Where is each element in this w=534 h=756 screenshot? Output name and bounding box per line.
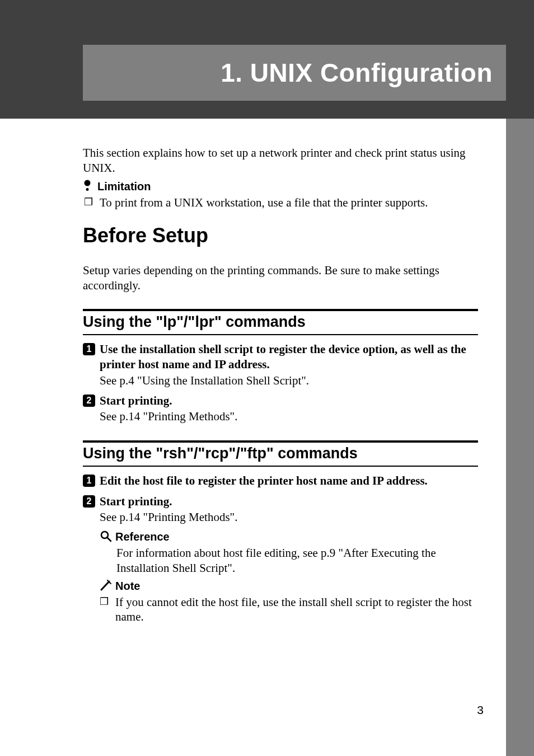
limitation-label: Limitation <box>97 180 151 193</box>
reference-label: Reference <box>115 530 170 543</box>
limitation-item: ❒ To print from a UNIX workstation, use … <box>84 195 478 210</box>
step-2-lp-text: Start printing. <box>100 393 172 408</box>
step-1-rsh: 1 Edit the host file to register the pri… <box>83 473 478 489</box>
bullet-icon: ❒ <box>100 595 109 609</box>
step-badge-2: 2 <box>83 495 95 508</box>
limitation-heading: Limitation <box>83 180 478 194</box>
step-badge-1: 1 <box>83 475 95 487</box>
step-badge-1: 1 <box>83 343 95 355</box>
note-item: ❒ If you cannot edit the host file, use … <box>100 595 478 625</box>
step-2-rsh-sub: See p.14 "Printing Methods". <box>100 510 478 525</box>
before-setup-heading: Before Setup <box>83 224 478 247</box>
before-setup-text: Setup varies depending on the printing c… <box>83 263 478 294</box>
limitation-icon <box>83 180 92 194</box>
section-rsh-heading: Using the "rsh"/"rcp"/"ftp" commands <box>83 443 478 466</box>
svg-point-0 <box>85 180 91 186</box>
step-2-rsh: 2 Start printing. <box>83 494 478 509</box>
section-rule <box>83 334 478 335</box>
section-rule <box>83 466 478 467</box>
intro-paragraph: This section explains how to set up a ne… <box>83 145 478 176</box>
note-label: Note <box>115 580 140 593</box>
chapter-title: 1. UNIX Configuration <box>221 58 493 88</box>
step-badge-2: 2 <box>83 395 95 407</box>
reference-text: For information about host file editing,… <box>116 546 478 576</box>
step-2-rsh-text: Start printing. <box>100 494 172 509</box>
step-1-lp-text: Use the installation shell script to reg… <box>100 342 478 372</box>
svg-line-3 <box>107 537 111 541</box>
step-2-lp-sub: See p.14 "Printing Methods". <box>100 409 478 424</box>
step-1-lp-sub: See p.4 "Using the Installation Shell Sc… <box>100 373 478 388</box>
note-heading: Note <box>100 579 478 594</box>
page-number: 3 <box>477 703 484 717</box>
side-stripe <box>506 119 534 756</box>
step-2-lp: 2 Start printing. <box>83 393 478 408</box>
chapter-title-box: 1. UNIX Configuration <box>83 45 506 101</box>
reference-icon <box>100 530 112 544</box>
reference-heading: Reference <box>100 530 478 544</box>
svg-point-1 <box>86 188 89 191</box>
section-lp-heading: Using the "lp"/"lpr" commands <box>83 311 478 334</box>
step-1-rsh-text: Edit the host file to register the print… <box>100 473 428 489</box>
limitation-item-text: To print from a UNIX workstation, use a … <box>100 195 428 210</box>
content-area: This section explains how to set up a ne… <box>83 145 478 624</box>
note-icon <box>100 579 112 594</box>
bullet-icon: ❒ <box>84 195 93 209</box>
step-1-lp: 1 Use the installation shell script to r… <box>83 342 478 372</box>
note-item-text: If you cannot edit the host file, use th… <box>115 595 478 625</box>
